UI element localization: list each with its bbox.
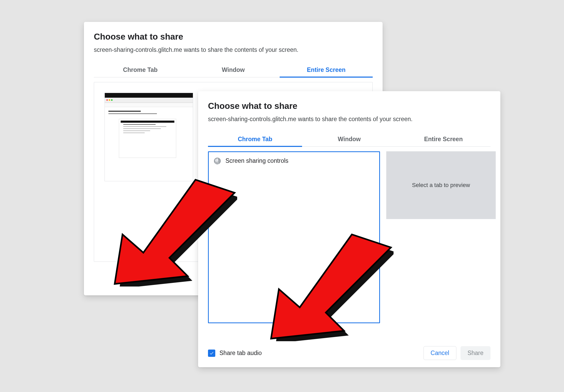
preview-placeholder-text: Select a tab to preview xyxy=(412,182,470,189)
tab-window[interactable]: Window xyxy=(187,63,280,77)
dialog-title: Choose what to share xyxy=(94,32,373,42)
tab-chrome-tab[interactable]: Chrome Tab xyxy=(94,63,187,77)
cancel-button[interactable]: Cancel xyxy=(424,346,456,360)
share-tab-audio-checkbox[interactable]: Share tab audio xyxy=(208,350,262,357)
tab-preview-placeholder: Select a tab to preview xyxy=(386,151,496,219)
share-source-tabs: Chrome Tab Window Entire Screen xyxy=(208,132,491,147)
tab-selection-area: Screen sharing controls Select a tab to … xyxy=(208,151,491,323)
tab-entire-screen[interactable]: Entire Screen xyxy=(280,63,373,78)
screen-thumbnail[interactable] xyxy=(105,93,193,181)
tab-list-item-label: Screen sharing controls xyxy=(225,157,289,164)
dialog-title: Choose what to share xyxy=(208,101,491,111)
share-button[interactable]: Share xyxy=(461,346,491,360)
dialog-subtitle: screen-sharing-controls.glitch.me wants … xyxy=(208,116,491,123)
tab-list-item[interactable]: Screen sharing controls xyxy=(214,157,374,164)
share-tab-audio-label: Share tab audio xyxy=(219,350,262,357)
tab-entire-screen[interactable]: Entire Screen xyxy=(396,132,491,146)
tab-chrome-tab[interactable]: Chrome Tab xyxy=(208,132,302,147)
share-dialog-chrome-tab: Choose what to share screen-sharing-cont… xyxy=(198,91,500,367)
tab-list: Screen sharing controls xyxy=(208,151,380,323)
dialog-subtitle: screen-sharing-controls.glitch.me wants … xyxy=(94,46,373,53)
checkbox-checked-icon xyxy=(208,350,215,357)
globe-icon xyxy=(214,158,221,164)
tab-window[interactable]: Window xyxy=(302,132,396,146)
share-source-tabs: Chrome Tab Window Entire Screen xyxy=(94,63,373,77)
dialog-footer: Share tab audio Cancel Share xyxy=(208,346,491,360)
